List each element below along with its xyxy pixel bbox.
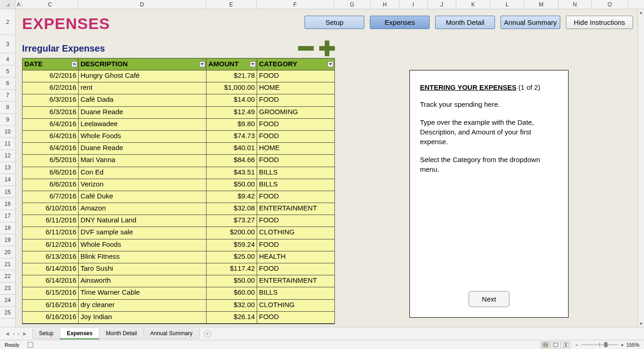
cell-cat[interactable]: FOOD (257, 155, 334, 167)
row-header[interactable]: 23 (0, 283, 15, 295)
column-header[interactable]: J (428, 0, 456, 9)
expenses-button[interactable]: Expenses (370, 16, 430, 29)
zoom-out-icon[interactable]: − (575, 342, 578, 348)
column-header[interactable]: O (592, 0, 628, 9)
cell-amt[interactable]: $117.42 (207, 263, 257, 275)
header-description[interactable]: DESCRIPTION (79, 58, 207, 70)
row-header[interactable]: 15 (0, 186, 15, 198)
column-header[interactable]: G (334, 0, 371, 9)
cell-amt[interactable]: $40.01 (207, 143, 257, 155)
table-row[interactable]: 6/14/2016Ainsworth$50.00ENTERTAINMENT (23, 275, 334, 287)
table-row[interactable]: 6/4/2016Leelawadee$9.80FOOD (23, 119, 334, 131)
cell-date[interactable]: 6/13/2016 (23, 251, 79, 263)
cell-date[interactable]: 6/16/2016 (23, 312, 79, 324)
row-header[interactable]: 3 (0, 35, 15, 53)
cell-date[interactable]: 6/5/2016 (23, 155, 79, 167)
row-header[interactable]: 4 (0, 53, 15, 65)
cell-amt[interactable]: $12.49 (207, 107, 257, 119)
cell-cat[interactable]: BILLS (257, 179, 334, 191)
tab-expenses[interactable]: Expenses (60, 328, 99, 339)
row-header[interactable]: 25 (0, 307, 15, 319)
filter-icon[interactable] (250, 61, 256, 67)
cell-cat[interactable]: HEALTH (257, 251, 334, 263)
cell-desc[interactable]: Mari Vanna (79, 155, 207, 167)
table-row[interactable]: 6/4/2016Duane Reade$40.01HOME (23, 143, 334, 155)
header-category[interactable]: CATEGORY (257, 58, 334, 70)
cell-cat[interactable]: FOOD (257, 191, 334, 203)
cell-cat[interactable]: FOOD (257, 119, 334, 131)
column-header[interactable]: I (399, 0, 428, 9)
add-sheet-icon[interactable]: + (204, 330, 211, 337)
tab-next-icon[interactable]: › (17, 331, 20, 337)
cell-cat[interactable]: ENTERTAINMENT (257, 275, 334, 287)
row-header[interactable]: 18 (0, 222, 15, 234)
tab-month-detail[interactable]: Month Detail (99, 328, 144, 339)
cell-desc[interactable]: Whole Foods (79, 239, 207, 251)
table-row[interactable]: 6/6/2016Con Ed$43.51BILLS (23, 167, 334, 179)
filter-icon[interactable] (199, 61, 205, 67)
cell-amt[interactable]: $200.00 (207, 227, 257, 239)
column-header[interactable]: A (16, 0, 22, 9)
hide-instructions-button[interactable]: Hide Instructions (566, 16, 633, 29)
cell-date[interactable]: 6/6/2016 (23, 179, 79, 191)
cell-cat[interactable]: BILLS (257, 167, 334, 179)
row-header[interactable]: 8 (0, 102, 15, 114)
table-row[interactable]: 6/16/2016dry cleaner$32.00CLOTHING (23, 300, 334, 312)
cell-date[interactable]: 6/14/2016 (23, 275, 79, 287)
row-header[interactable]: 24 (0, 295, 15, 307)
next-button[interactable]: Next (469, 291, 510, 307)
table-row[interactable]: 6/11/2016DVF sample sale$200.00CLOTHING (23, 227, 334, 239)
cell-cat[interactable]: ENTERTAINMENT (257, 203, 334, 215)
cell-date[interactable]: 6/16/2016 (23, 300, 79, 312)
normal-view-icon[interactable] (540, 341, 551, 349)
page-layout-view-icon[interactable] (551, 341, 561, 349)
cell-amt[interactable]: $50.00 (207, 275, 257, 287)
cell-cat[interactable]: FOOD (257, 239, 334, 251)
column-header[interactable]: C (22, 0, 78, 9)
cell-desc[interactable]: Hungry Ghost Café (79, 70, 207, 82)
zoom-level[interactable]: 155% (627, 342, 639, 348)
cell-amt[interactable]: $50.00 (207, 179, 257, 191)
cell-date[interactable]: 6/10/2016 (23, 203, 79, 215)
filter-icon[interactable] (71, 61, 77, 67)
tab-prev-icon[interactable]: ‹ (12, 331, 16, 337)
cell-amt[interactable]: $32.08 (207, 203, 257, 215)
header-date[interactable]: DATE (23, 58, 79, 70)
cell-date[interactable]: 6/4/2016 (23, 119, 79, 131)
cell-amt[interactable]: $59.24 (207, 239, 257, 251)
cell-date[interactable]: 6/12/2016 (23, 239, 79, 251)
column-header[interactable]: H (371, 0, 399, 9)
tab-first-icon[interactable]: ◄ (4, 331, 11, 337)
row-header[interactable]: 17 (0, 210, 15, 222)
table-row[interactable]: 6/3/2016Café Dada$14.00FOOD (23, 94, 334, 106)
table-row[interactable]: 6/13/2016Blink Fitness$25.00HEALTH (23, 251, 334, 263)
filter-icon[interactable] (328, 61, 334, 67)
cell-desc[interactable]: DNY Natural Land (79, 215, 207, 227)
cell-desc[interactable]: Blink Fitness (79, 251, 207, 263)
cell-desc[interactable]: Taro Sushi (79, 263, 207, 275)
zoom-in-icon[interactable]: + (621, 342, 623, 348)
cell-date[interactable]: 6/2/2016 (23, 82, 79, 94)
table-row[interactable]: 6/11/2016DNY Natural Land$73.27FOOD (23, 215, 334, 227)
cell-amt[interactable]: $73.27 (207, 215, 257, 227)
month-detail-button[interactable]: Month Detail (435, 16, 495, 29)
row-header[interactable]: 19 (0, 234, 15, 246)
cell-cat[interactable]: FOOD (257, 263, 334, 275)
row-header[interactable]: 11 (0, 138, 15, 150)
minus-icon[interactable] (298, 46, 314, 51)
macro-record-icon[interactable] (28, 342, 33, 348)
table-row[interactable]: 6/15/2016Time Warner Cable$60.00BILLS (23, 287, 334, 299)
row-header[interactable]: 22 (0, 270, 15, 282)
column-header[interactable]: L (490, 0, 524, 9)
table-row[interactable]: 6/2/2016rent$1,000.00HOME (23, 82, 334, 94)
cell-cat[interactable]: FOOD (257, 70, 334, 82)
cell-cat[interactable]: FOOD (257, 215, 334, 227)
cell-cat[interactable]: FOOD (257, 131, 334, 143)
cell-date[interactable]: 6/6/2016 (23, 167, 79, 179)
cell-desc[interactable]: Con Ed (79, 167, 207, 179)
cell-amt[interactable]: $14.00 (207, 94, 257, 106)
cell-desc[interactable]: Amazon (79, 203, 207, 215)
cell-cat[interactable]: BILLS (257, 287, 334, 299)
table-row[interactable]: 6/4/2016Whole Foods$74.73FOOD (23, 131, 334, 143)
cell-desc[interactable]: DVF sample sale (79, 227, 207, 239)
